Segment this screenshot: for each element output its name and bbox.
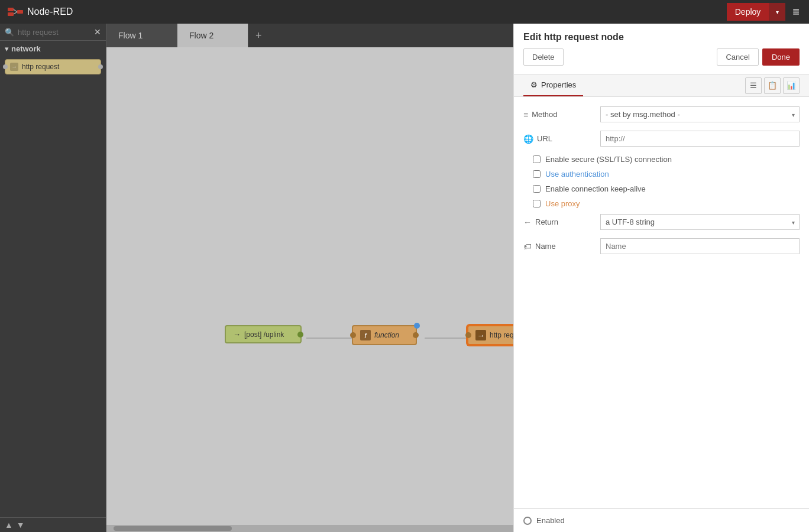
node-port-right [98, 64, 103, 69]
node-port-left [3, 64, 8, 69]
scrollbar-thumb[interactable] [114, 526, 232, 531]
node-http-left-port [465, 332, 471, 338]
topbar: Node-RED Deploy ▾ ≡ [0, 0, 809, 24]
sidebar-node-http-request[interactable]: → http request [5, 59, 101, 74]
edit-tab-desc-button[interactable]: 📋 [764, 77, 781, 94]
svg-rect-1 [8, 12, 14, 16]
canvas-area: Flow 1 Flow 2 + → [post] /uplink [106, 24, 513, 532]
keepalive-label[interactable]: Enable connection keep-alive [545, 184, 646, 193]
return-icon: ← [523, 218, 532, 227]
node-post-right-port [297, 332, 303, 338]
function-node-dot [414, 323, 420, 329]
search-input[interactable] [18, 28, 90, 37]
svg-line-3 [14, 9, 17, 12]
edit-tab-chart-button[interactable]: 📊 [783, 77, 800, 94]
return-select-wrapper: a UTF-8 string a binary buffer a parsed … [600, 214, 800, 230]
ssl-label[interactable]: Enable secure (SSL/TLS) connection [545, 155, 672, 164]
sidebar: 🔍 ✕ ▾ network → http request ▲ ▼ [0, 24, 106, 532]
sidebar-zoom-in-button[interactable]: ▲ [5, 520, 13, 530]
node-post-icon: → [233, 330, 241, 339]
done-button[interactable]: Done [762, 48, 800, 66]
name-icon: 🏷 [523, 242, 532, 251]
node-function[interactable]: f function [352, 325, 417, 345]
cancel-button[interactable]: Cancel [717, 48, 758, 66]
deploy-button[interactable]: Deploy ▾ [727, 3, 786, 21]
node-http-label: http request [490, 331, 513, 339]
topbar-left: Node-RED [7, 6, 73, 18]
topbar-right: Deploy ▾ ≡ [727, 3, 802, 21]
chevron-down-icon: ▾ [5, 44, 9, 53]
url-icon: 🌐 [523, 134, 533, 144]
return-label: ← Return [523, 218, 594, 227]
node-function-right-port [413, 332, 419, 338]
enabled-circle [523, 517, 532, 525]
http-request-icon: → [475, 330, 486, 340]
node-label: http request [22, 63, 59, 71]
tab-add-button[interactable]: + [248, 24, 269, 47]
tab-flow1[interactable]: Flow 1 [106, 24, 177, 47]
canvas-connections [106, 47, 513, 525]
delete-button[interactable]: Delete [523, 48, 564, 66]
node-post-uplink[interactable]: → [post] /uplink [225, 325, 302, 343]
edit-panel: Edit http request node Delete Cancel Don… [513, 24, 809, 532]
deploy-main-button[interactable]: Deploy [727, 3, 769, 21]
main-area: 🔍 ✕ ▾ network → http request ▲ ▼ Flow 1 … [0, 24, 809, 532]
node-category[interactable]: ▾ network [0, 41, 106, 57]
tabs-bar: Flow 1 Flow 2 + [106, 24, 513, 47]
edit-tab-icon-buttons: ☰ 📋 📊 [745, 77, 800, 94]
url-label: 🌐 URL [523, 134, 594, 144]
sidebar-zoom-out-button[interactable]: ▼ [17, 520, 25, 530]
ssl-row: Enable secure (SSL/TLS) connection [533, 155, 800, 164]
proxy-checkbox[interactable] [533, 200, 541, 207]
edit-panel-tabs: ⚙ Properties ☰ 📋 📊 [514, 74, 809, 97]
node-http-request[interactable]: → http request [467, 325, 513, 345]
proxy-row: Use proxy [533, 199, 800, 208]
auth-label[interactable]: Use authentication [545, 170, 609, 179]
enabled-label: Enabled [536, 516, 565, 525]
svg-rect-2 [17, 10, 23, 14]
edit-panel-footer: Enabled [514, 508, 809, 532]
edit-panel-header: Edit http request node Delete Cancel Don… [514, 24, 809, 74]
return-row: ← Return a UTF-8 string a binary buffer … [523, 214, 800, 230]
search-icon: 🔍 [5, 28, 14, 37]
ssl-checkbox[interactable] [533, 155, 541, 163]
auth-row: Use authentication [533, 170, 800, 179]
logo-icon [7, 6, 24, 18]
search-clear-button[interactable]: ✕ [94, 27, 101, 37]
deploy-arrow-button[interactable]: ▾ [769, 3, 785, 21]
sidebar-bottom: ▲ ▼ [0, 517, 106, 532]
tab-flow2[interactable]: Flow 2 [177, 24, 248, 47]
canvas-scrollbar[interactable] [106, 525, 513, 532]
tab-flow1-label: Flow 1 [118, 31, 143, 40]
node-icon: → [10, 63, 18, 71]
url-input[interactable] [600, 131, 800, 147]
tab-properties[interactable]: ⚙ Properties [523, 74, 583, 96]
method-select[interactable]: - set by msg.method - GET POST PUT DELET… [600, 106, 800, 122]
name-label: 🏷 Name [523, 242, 594, 251]
svg-rect-0 [8, 8, 14, 11]
url-row: 🌐 URL [523, 131, 800, 147]
node-category-label: network [11, 44, 41, 53]
app-title: Node-RED [27, 7, 73, 17]
svg-line-4 [14, 12, 17, 14]
node-post-label: [post] /uplink [244, 330, 284, 339]
method-label: ≡ Method [523, 110, 594, 119]
proxy-label[interactable]: Use proxy [545, 199, 580, 208]
logo: Node-RED [7, 6, 73, 18]
edit-tab-list-button[interactable]: ☰ [745, 77, 762, 94]
name-input[interactable] [600, 238, 800, 254]
function-icon: f [360, 330, 371, 340]
keepalive-checkbox[interactable] [533, 185, 541, 193]
hamburger-button[interactable]: ≡ [790, 3, 802, 21]
node-function-left-port [350, 332, 356, 338]
edit-panel-title: Edit http request node [523, 32, 800, 43]
return-select[interactable]: a UTF-8 string a binary buffer a parsed … [600, 214, 800, 230]
auth-checkbox[interactable] [533, 170, 541, 178]
canvas[interactable]: → [post] /uplink f function → http reque… [106, 47, 513, 525]
name-row: 🏷 Name [523, 238, 800, 254]
action-buttons: Cancel Done [717, 48, 800, 66]
keepalive-row: Enable connection keep-alive [533, 184, 800, 193]
tab-flow2-label: Flow 2 [189, 31, 213, 40]
method-row: ≡ Method - set by msg.method - GET POST … [523, 106, 800, 122]
method-select-wrapper: - set by msg.method - GET POST PUT DELET… [600, 106, 800, 122]
